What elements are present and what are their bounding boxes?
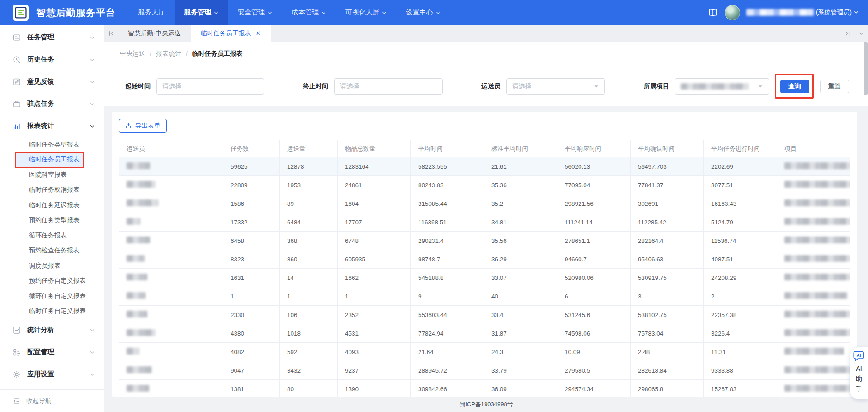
chevron-down-icon (90, 372, 95, 377)
sidebar-item[interactable]: 驻点任务 (0, 93, 104, 115)
sidebar-subitem[interactable]: 调度员报表 (16, 258, 83, 274)
table-row: 64583686748290231.435.56278651.1282164.4… (119, 232, 850, 250)
user-name-redacted (746, 9, 814, 16)
tab[interactable]: 智慧后勤-中央运送 (118, 25, 191, 42)
cell-value: 12878 (280, 157, 338, 176)
sidebar-subitem[interactable]: 医院科室报表 (16, 167, 83, 183)
cell-value: 98748.7 (411, 250, 484, 269)
tab[interactable]: 临时任务员工报表✕ (191, 25, 271, 42)
cell-value: 1 (280, 287, 338, 306)
sidebar-subitem[interactable]: 预约任务类型报表 (16, 213, 83, 228)
sidebar-item[interactable]: 历史任务 (0, 48, 104, 71)
cell-project (777, 324, 850, 343)
user-avatar[interactable] (725, 5, 740, 20)
sidebar-item[interactable]: 意见反馈 (0, 71, 104, 93)
cell-value: 21.64 (411, 343, 484, 361)
cell-value: 24208.29 (704, 269, 777, 287)
breadcrumb-item[interactable]: 中央运送 (120, 50, 145, 58)
select[interactable]: 请选择 (506, 78, 605, 95)
sidebar-item[interactable]: 报表统计 (0, 115, 104, 137)
sidebar-item[interactable]: 配置管理 (0, 341, 104, 363)
date-input[interactable]: 请选择 (334, 78, 443, 95)
cell-value: 1018 (280, 324, 338, 343)
nav-menu-item[interactable]: 设置中心 (396, 0, 450, 25)
manual-book-icon[interactable] (708, 7, 718, 18)
chevron-down-icon (213, 10, 219, 15)
cell-value: 59625 (223, 157, 280, 176)
cell-project (777, 250, 850, 269)
nav-menu-item[interactable]: 成本管理 (282, 0, 336, 25)
nav-menu-label: 安全管理 (238, 8, 265, 17)
cell-value: 288945.72 (411, 361, 484, 380)
sidebar-item[interactable]: 统计分析 (0, 319, 104, 341)
chevron-down-icon (854, 9, 859, 16)
cell-value: 4082 (223, 343, 280, 361)
table-row: 1381801390309842.6636.09294574.34298065.… (119, 380, 850, 397)
cell-value: 1662 (338, 269, 411, 287)
cell-value: 33.4 (484, 306, 557, 324)
cell-value: 35.36 (484, 176, 557, 194)
sidebar-subitem[interactable]: 预约检查任务报表 (16, 243, 83, 259)
cell-value: 298065.8 (631, 380, 704, 397)
export-button[interactable]: 导出表单 (119, 119, 167, 133)
scrollbar-thumb[interactable] (864, 42, 868, 95)
cell-project (777, 157, 850, 176)
filter-field: 运送员请选择 (481, 78, 605, 95)
cell-value: 2 (704, 287, 777, 306)
breadcrumb-item[interactable]: 报表统计 (156, 50, 181, 58)
nav-menu-item[interactable]: 服务大厅 (128, 0, 175, 25)
nav-menu-item[interactable]: 服务管理 (175, 0, 228, 25)
cell-courier (119, 380, 223, 397)
nav-menu-item[interactable]: 可视化大屏 (336, 0, 396, 25)
cell-value: 24.3 (484, 343, 557, 361)
table-row: 1586891604315085.4435.2298921.5630269116… (119, 194, 850, 213)
sidebar-subitem[interactable]: 临时任务延迟报表 (16, 198, 83, 213)
cell-value: 116398.51 (411, 213, 484, 232)
user-menu[interactable]: (系统管理员) (746, 9, 859, 17)
cell-value: 282164.4 (631, 232, 704, 250)
cell-value: 545188.8 (411, 269, 484, 287)
date-input[interactable]: 请选择 (156, 78, 264, 95)
appset-icon (13, 370, 21, 379)
cell-value: 368 (280, 232, 338, 250)
select[interactable] (675, 78, 769, 95)
sidebar-subitem[interactable]: 临时任务员工报表 (16, 152, 83, 168)
ai-chat-bubble-icon: AI (853, 350, 865, 362)
cell-courier (119, 157, 223, 176)
sidebar-subitem[interactable]: 临时任务取消报表 (16, 183, 83, 198)
page-footer: 蜀ICP备19034998号 (104, 397, 868, 412)
tab-scroll-left-icon[interactable] (104, 25, 118, 42)
cell-courier (119, 361, 223, 380)
sidebar-subitem-label: 临时任务取消报表 (29, 186, 80, 194)
search-button[interactable]: 查询 (780, 80, 809, 93)
field-placeholder: 请选择 (162, 82, 181, 90)
cell-value: 17707 (338, 213, 411, 232)
sidebar-subitem[interactable]: 临时任务自定义报表 (16, 304, 83, 319)
project-name-redacted (784, 218, 850, 225)
nav-menu-item[interactable]: 安全管理 (228, 0, 282, 25)
table-row: 43801018453177824.9431.8774598.0675783.0… (119, 324, 850, 343)
reset-button[interactable]: 重置 (820, 80, 849, 93)
cell-value: 531245.6 (557, 306, 631, 324)
filter-field: 所属项目 (644, 78, 769, 95)
sidebar-item[interactable]: 任务管理 (0, 26, 104, 48)
courier-name-redacted (127, 199, 158, 206)
tab-scroll-right-icon[interactable] (841, 25, 854, 42)
column-header: 平均响应时间 (557, 140, 631, 157)
main-area: 智慧后勤-中央运送临时任务员工报表✕ 中央运送/报表统计/临时任务员工报表 起始… (104, 25, 868, 412)
project-name-redacted (784, 255, 850, 262)
cell-value: 74598.06 (557, 324, 631, 343)
cell-courier (119, 324, 223, 343)
sidebar-item-label: 报表统计 (27, 122, 54, 130)
sidebar-item[interactable]: 应用设置 (0, 363, 104, 385)
close-icon[interactable]: ✕ (256, 30, 261, 36)
ai-assistant-button[interactable]: AI AI助手 (850, 347, 868, 399)
cell-value: 309842.66 (411, 380, 484, 397)
sidebar-subitem[interactable]: 临时任务类型报表 (16, 137, 83, 152)
sidebar-subitem[interactable]: 循环任务自定义报表 (16, 289, 83, 304)
cell-project (777, 213, 850, 232)
courier-name-redacted (127, 385, 149, 392)
sidebar-subitem[interactable]: 循环任务报表 (16, 228, 83, 243)
collapse-nav-button[interactable]: 收起导航 (0, 389, 104, 412)
sidebar-subitem[interactable]: 预约任务自定义报表 (16, 274, 83, 289)
